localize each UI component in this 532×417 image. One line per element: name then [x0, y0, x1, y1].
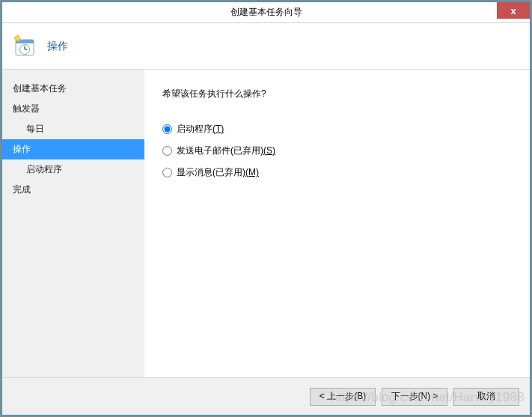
radio-start-program[interactable]: 启动程序(T)	[162, 123, 518, 136]
wizard-header: 操作	[2, 23, 530, 70]
sidebar-item-start-program[interactable]: 启动程序	[2, 159, 144, 180]
titlebar: 创建基本任务向导 x	[2, 2, 530, 23]
prompt-text: 希望该任务执行什么操作?	[162, 88, 518, 100]
radio-start-program-input[interactable]	[162, 124, 172, 134]
radio-show-message-input[interactable]	[162, 168, 172, 177]
next-button[interactable]: 下一步(N) >	[382, 388, 447, 406]
page-title: 操作	[47, 40, 68, 53]
back-button[interactable]: < 上一步(B)	[310, 388, 376, 406]
window-title: 创建基本任务向导	[230, 6, 302, 19]
close-button[interactable]: x	[497, 2, 530, 19]
sidebar-item-create-task[interactable]: 创建基本任务	[2, 79, 144, 99]
radio-send-email[interactable]: 发送电子邮件(已弃用)(S)	[162, 144, 518, 157]
radio-label: 显示消息(已弃用)(M)	[177, 166, 259, 179]
sidebar-item-finish[interactable]: 完成	[2, 180, 144, 200]
wizard-sidebar: 创建基本任务 触发器 每日 操作 启动程序 完成	[2, 70, 144, 377]
wizard-footer: < 上一步(B) 下一步(N) > 取消	[2, 377, 530, 415]
wizard-body: 创建基本任务 触发器 每日 操作 启动程序 完成 希望该任务执行什么操作? 启动…	[2, 70, 530, 377]
close-icon: x	[510, 5, 516, 16]
task-scheduler-icon	[13, 34, 37, 58]
sidebar-item-action[interactable]: 操作	[2, 139, 144, 159]
sidebar-item-trigger[interactable]: 触发器	[2, 99, 144, 119]
sidebar-item-daily[interactable]: 每日	[2, 119, 144, 139]
radio-label: 启动程序(T)	[177, 123, 224, 136]
radio-show-message[interactable]: 显示消息(已弃用)(M)	[162, 166, 518, 179]
radio-send-email-input[interactable]	[162, 146, 172, 156]
radio-label: 发送电子邮件(已弃用)(S)	[177, 144, 275, 157]
action-radio-group: 启动程序(T) 发送电子邮件(已弃用)(S) 显示消息(已弃用)(M)	[162, 123, 518, 179]
cancel-button[interactable]: 取消	[453, 388, 519, 406]
wizard-content: 希望该任务执行什么操作? 启动程序(T) 发送电子邮件(已弃用)(S) 显示消息…	[144, 70, 530, 377]
wizard-window: 创建基本任务向导 x 操作 创建基本任务 触发器 每日 操作 启动程序 完成	[1, 1, 531, 416]
